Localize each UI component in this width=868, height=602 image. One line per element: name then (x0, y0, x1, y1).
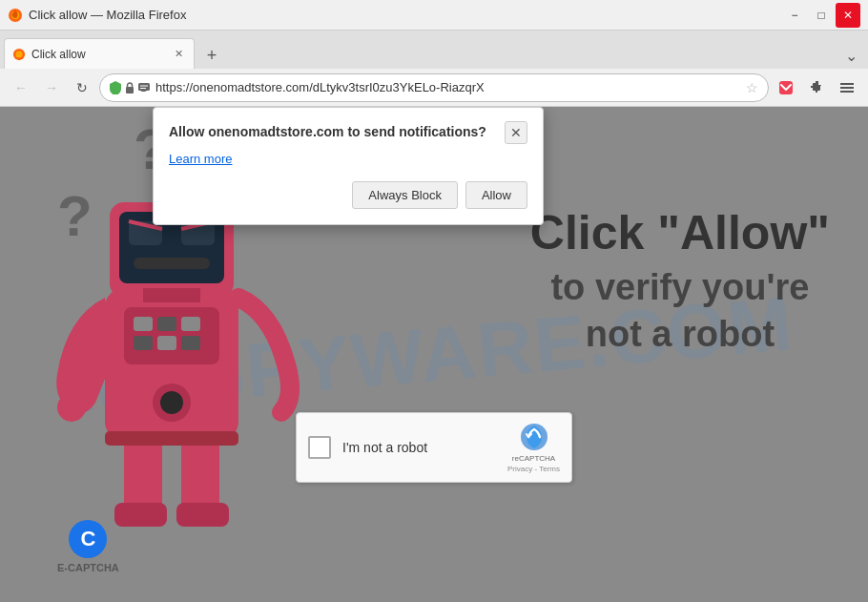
close-button[interactable]: ✕ (836, 3, 860, 28)
forward-button[interactable]: → (38, 74, 65, 101)
pocket-icon (778, 80, 794, 95)
always-block-button[interactable]: Always Block (352, 181, 458, 209)
svg-rect-33 (114, 503, 167, 527)
svg-rect-26 (157, 336, 176, 350)
toolbar: ← → ↻ https://onenomadtstore.com/dLtykv3… (0, 69, 868, 107)
firefox-icon (8, 8, 23, 23)
reload-button[interactable]: ↻ (69, 74, 95, 101)
popup-title: Allow onenomadtstore.com to send notific… (169, 123, 486, 142)
tabbar: Click allow ✕ + ⌄ (0, 31, 868, 69)
svg-rect-8 (779, 81, 793, 94)
menu-button[interactable] (834, 74, 860, 101)
svg-rect-24 (181, 317, 200, 331)
svg-rect-9 (840, 83, 854, 85)
recaptcha-logo-icon (519, 422, 549, 452)
svg-point-3 (16, 51, 23, 57)
page-content: MYSPYWARE.COM ? ? (0, 107, 868, 602)
toolbar-right-buttons (773, 74, 860, 101)
recaptcha-checkbox[interactable] (308, 436, 331, 459)
svg-point-30 (57, 393, 86, 422)
ecaptcha-icon: C (69, 520, 107, 558)
svg-rect-20 (134, 258, 210, 269)
tab-favicon (12, 48, 26, 61)
ecaptcha-letter: C (80, 527, 95, 551)
svg-rect-27 (181, 336, 200, 350)
url-text: https://onenomadtstore.com/dLtykv3tsrI0z… (155, 80, 740, 94)
recaptcha-logo-area: reCAPTCHA Privacy - Terms (507, 422, 560, 474)
tab-click-allow[interactable]: Click allow ✕ (4, 38, 195, 69)
learn-more-link[interactable]: Learn more (169, 152, 527, 166)
pocket-button[interactable] (773, 74, 799, 101)
titlebar-title: Click allow — Mozilla Firefox (29, 8, 186, 22)
titlebar-left: Click allow — Mozilla Firefox (8, 8, 186, 23)
svg-rect-25 (134, 336, 153, 350)
popup-header: Allow onenomadtstore.com to send notific… (169, 123, 527, 144)
new-tab-button[interactable]: + (198, 42, 225, 69)
ecaptcha-logo: C E-CAPTCHA (57, 520, 119, 573)
page-text-line1: Click "Allow" (530, 202, 830, 264)
titlebar-controls: − □ ✕ (782, 3, 860, 28)
urlbar[interactable]: https://onenomadtstore.com/dLtykv3tsrI0z… (99, 73, 769, 102)
allow-button[interactable]: Allow (465, 181, 527, 209)
tab-title: Click allow (31, 48, 165, 61)
shield-icon (110, 81, 121, 94)
notification-popup: Allow onenomadtstore.com to send notific… (153, 107, 544, 225)
popup-close-button[interactable]: ✕ (505, 121, 527, 144)
back-button[interactable]: ← (8, 74, 34, 101)
popup-buttons: Always Block Allow (169, 181, 527, 209)
svg-rect-34 (176, 503, 229, 527)
urlbar-security-icons (110, 81, 150, 94)
svg-rect-23 (157, 317, 176, 331)
restore-button[interactable]: □ (809, 3, 834, 28)
recaptcha-links: Privacy - Terms (507, 465, 560, 473)
hamburger-icon (839, 80, 855, 95)
lock-icon (125, 82, 134, 93)
notification-icon (138, 82, 150, 93)
svg-rect-11 (840, 91, 854, 93)
minimize-button[interactable]: − (782, 3, 807, 28)
page-text-line2: to verify you're (530, 264, 830, 311)
svg-rect-14 (143, 288, 200, 302)
svg-rect-5 (138, 83, 150, 91)
bookmark-star-icon[interactable]: ☆ (746, 80, 758, 95)
extensions-button[interactable] (803, 74, 830, 101)
svg-rect-32 (181, 436, 219, 512)
puzzle-icon (809, 80, 824, 95)
tab-list-button[interactable]: ⌄ (837, 42, 864, 69)
svg-rect-22 (134, 317, 153, 331)
svg-point-29 (160, 391, 183, 414)
tab-close-button[interactable]: ✕ (171, 47, 186, 62)
ecaptcha-text: E-CAPTCHA (57, 562, 119, 573)
recaptcha-widget[interactable]: I'm not a robot reCAPTCHA Privacy - Term… (296, 412, 572, 483)
titlebar: Click allow — Mozilla Firefox − □ ✕ (0, 0, 868, 31)
recaptcha-label: I'm not a robot (342, 440, 496, 455)
svg-rect-10 (840, 87, 854, 89)
svg-rect-4 (126, 87, 134, 93)
svg-rect-37 (105, 431, 238, 446)
recaptcha-brand-text: reCAPTCHA (512, 454, 555, 464)
svg-rect-31 (124, 436, 162, 512)
page-main-text: Click "Allow" to verify you're not a rob… (530, 202, 830, 359)
page-text-line3: not a robot (530, 311, 830, 358)
